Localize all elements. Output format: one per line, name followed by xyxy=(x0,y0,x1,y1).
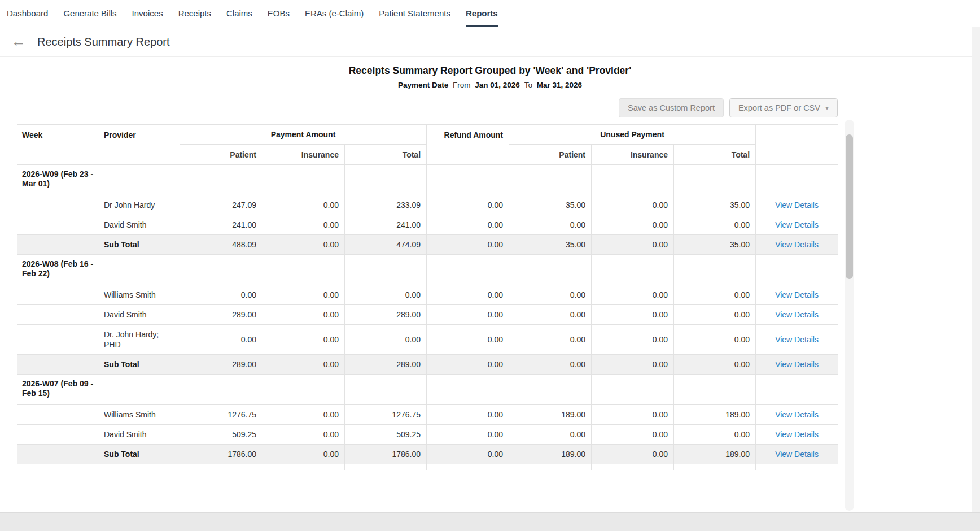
nav-tab-eobs[interactable]: EOBs xyxy=(268,0,290,27)
view-details-link[interactable]: View Details xyxy=(775,360,819,369)
unused-total-amount: 0.00 xyxy=(674,305,756,325)
payment-total-amount: 1276.75 xyxy=(345,405,427,425)
empty-cell xyxy=(509,165,592,195)
nav-tab-patient-statements[interactable]: Patient Statements xyxy=(379,0,450,27)
refund-amount: 0.00 xyxy=(427,325,509,355)
empty-cell xyxy=(756,464,838,470)
provider-name: Williams Smith xyxy=(99,285,180,305)
view-details-link[interactable]: View Details xyxy=(775,201,819,210)
col-header-provider: Provider xyxy=(99,125,180,165)
view-details-link[interactable]: View Details xyxy=(775,220,819,229)
payment-insurance-amount: 0.00 xyxy=(262,405,345,425)
week-cell-empty xyxy=(18,285,99,305)
view-details-link[interactable]: View Details xyxy=(775,240,819,249)
page-title: Receipts Summary Report xyxy=(37,36,170,49)
payment-patient-amount: 1276.75 xyxy=(180,405,262,425)
refund-amount: 0.00 xyxy=(427,285,509,305)
unused-patient-amount: 0.00 xyxy=(509,325,592,355)
payment-insurance-amount: 0.00 xyxy=(262,445,345,464)
empty-cell xyxy=(509,255,592,285)
payment-insurance-amount: 0.00 xyxy=(262,325,345,355)
report-body: Save as Custom Report Export as PDF or C… xyxy=(17,98,838,470)
view-details-link[interactable]: View Details xyxy=(775,310,819,319)
payment-patient-amount: 488.09 xyxy=(180,235,262,255)
back-arrow-icon[interactable]: ← xyxy=(11,34,26,49)
col-header-payment-amount: Payment Amount xyxy=(180,125,427,145)
view-details-link[interactable]: View Details xyxy=(775,450,819,459)
view-details-cell: View Details xyxy=(756,305,838,325)
unused-insurance-amount: 0.00 xyxy=(592,405,674,425)
nav-tab-receipts[interactable]: Receipts xyxy=(178,0,211,27)
empty-cell xyxy=(756,165,838,195)
provider-name: Williams Smith xyxy=(99,405,180,425)
top-nav: Dashboard Generate Bills Invoices Receip… xyxy=(0,0,980,27)
view-details-link[interactable]: View Details xyxy=(775,410,819,419)
payment-patient-amount: 289.00 xyxy=(180,355,262,375)
empty-cell xyxy=(180,464,262,470)
report-date-range: Payment Date From Jan 01, 2026 To Mar 31… xyxy=(10,81,970,89)
nav-tab-claims[interactable]: Claims xyxy=(226,0,252,27)
week-label: 2026-W09 (Feb 23 - Mar 01) xyxy=(18,165,99,195)
provider-name: David Smith xyxy=(99,215,180,235)
unused-patient-amount: 0.00 xyxy=(509,215,592,235)
col-header-refund-amount: Refund Amount xyxy=(427,125,509,165)
payment-patient-amount: 247.09 xyxy=(180,195,262,215)
save-as-custom-report-button[interactable]: Save as Custom Report xyxy=(619,98,724,117)
payment-patient-amount: 1786.00 xyxy=(180,445,262,464)
provider-row: David Smith509.250.00509.250.000.000.000… xyxy=(18,425,838,445)
refund-amount: 0.00 xyxy=(427,405,509,425)
payment-patient-amount: 0.00 xyxy=(180,285,262,305)
nav-tab-invoices[interactable]: Invoices xyxy=(132,0,163,27)
provider-name: Sub Total xyxy=(99,445,180,464)
unused-total-amount: 35.00 xyxy=(674,235,756,255)
view-details-link[interactable]: View Details xyxy=(775,335,819,344)
unused-insurance-amount: 0.00 xyxy=(592,305,674,325)
unused-insurance-amount: 0.00 xyxy=(592,425,674,445)
empty-cell xyxy=(427,165,509,195)
empty-cell xyxy=(509,464,592,470)
empty-cell xyxy=(592,255,674,285)
col-header-payment-insurance: Insurance xyxy=(262,145,345,165)
provider-name: David Smith xyxy=(99,305,180,325)
view-details-link[interactable]: View Details xyxy=(775,290,819,299)
empty-cell xyxy=(99,375,180,405)
report-panel: Receipts Summary Report Grouped by 'Week… xyxy=(10,57,970,470)
scrollbar-thumb[interactable] xyxy=(846,134,853,279)
empty-cell xyxy=(99,255,180,285)
view-details-link[interactable]: View Details xyxy=(775,430,819,439)
refund-amount: 0.00 xyxy=(427,305,509,325)
view-details-cell: View Details xyxy=(756,445,838,464)
view-details-cell: View Details xyxy=(756,405,838,425)
week-cell-empty xyxy=(18,195,99,215)
view-details-cell: View Details xyxy=(756,215,838,235)
week-group-row: 2026-W09 (Feb 23 - Mar 01) xyxy=(18,165,838,195)
payment-total-amount: 0.00 xyxy=(345,325,427,355)
view-details-cell: View Details xyxy=(756,195,838,215)
provider-name: Dr John Hardy xyxy=(99,195,180,215)
empty-cell xyxy=(427,375,509,405)
page-header: ← Receipts Summary Report xyxy=(0,27,980,57)
bottom-gutter xyxy=(0,512,980,531)
provider-row: Dr John Hardy247.090.00233.090.0035.000.… xyxy=(18,195,838,215)
nav-tab-dashboard[interactable]: Dashboard xyxy=(7,0,48,27)
refund-amount: 0.00 xyxy=(427,215,509,235)
nav-tab-reports[interactable]: Reports xyxy=(466,0,498,27)
unused-patient-amount: 189.00 xyxy=(509,445,592,464)
from-date: Jan 01, 2026 xyxy=(475,81,520,89)
view-details-cell: View Details xyxy=(756,235,838,255)
unused-insurance-amount: 0.00 xyxy=(592,235,674,255)
unused-total-amount: 0.00 xyxy=(674,355,756,375)
nav-tab-generate-bills[interactable]: Generate Bills xyxy=(63,0,116,27)
nav-tab-eras[interactable]: ERAs (e-Claim) xyxy=(305,0,364,27)
provider-row: Williams Smith0.000.000.000.000.000.000.… xyxy=(18,285,838,305)
vertical-scrollbar[interactable] xyxy=(845,120,854,511)
week-label: 2026-W07 (Feb 09 - Feb 15) xyxy=(18,375,99,405)
to-label: To xyxy=(524,81,532,89)
empty-cell xyxy=(756,375,838,405)
unused-total-amount: 35.00 xyxy=(674,195,756,215)
export-pdf-csv-button[interactable]: Export as PDF or CSV ▾ xyxy=(729,98,838,117)
refund-amount: 0.00 xyxy=(427,355,509,375)
provider-name: David Smith xyxy=(99,425,180,445)
unused-patient-amount: 0.00 xyxy=(509,355,592,375)
unused-total-amount: 0.00 xyxy=(674,425,756,445)
